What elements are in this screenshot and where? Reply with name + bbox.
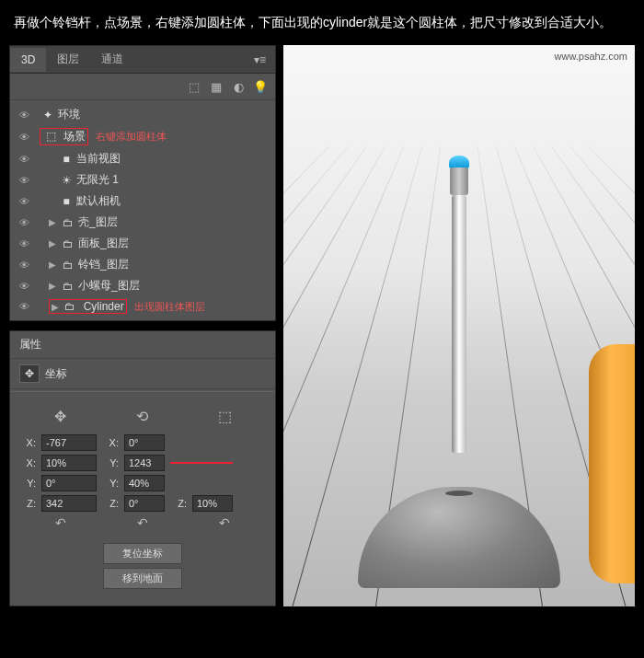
expand-icon[interactable]: ▶ <box>49 217 60 227</box>
instruction-text: 再做个铃铛杆，点场景，右键添加圆柱体，下面出现的cylinder就是这个圆柱体，… <box>0 0 644 45</box>
annotation-text: 出现圆柱体图层 <box>134 300 205 314</box>
annotation-text: 右键添加圆柱体 <box>96 130 167 144</box>
visibility-icon[interactable]: 👁 <box>16 260 32 271</box>
label-y: Y: <box>102 457 119 468</box>
label-y: Y: <box>102 478 119 489</box>
label-x: X: <box>19 437 36 448</box>
rot-x-input[interactable] <box>124 434 165 451</box>
expand-icon[interactable]: ▶ <box>49 238 60 248</box>
coords-icon: ✥ <box>19 364 40 383</box>
camera-icon: ■ <box>58 153 75 166</box>
expand-icon[interactable]: ▶ <box>49 260 60 270</box>
reset-rot-icon[interactable]: ↶ <box>137 515 148 530</box>
label-x: X: <box>19 457 36 468</box>
panel-tabs: 3D 图层 通道 ▾≡ <box>10 46 275 74</box>
pos-y-input[interactable] <box>124 455 165 471</box>
material-icon[interactable]: ◐ <box>231 79 246 94</box>
visibility-icon[interactable]: 👁 <box>16 110 32 121</box>
label-z: Z: <box>170 498 187 509</box>
reset-scale-icon[interactable]: ↶ <box>219 515 230 530</box>
properties-panel: 属性 ✥ 坐标 ✥ ⟲ ⬚ X: X: X: Y: Y: Y: Z: Z: Z:… <box>9 330 276 606</box>
folder-icon: 🗀 <box>60 216 76 229</box>
visibility-icon[interactable]: 👁 <box>16 217 32 228</box>
rot-z-input[interactable] <box>124 495 165 512</box>
item-label: 无限光 1 <box>76 172 119 188</box>
item-label: 面板_图层 <box>78 236 129 251</box>
folder-icon: 🗀 <box>60 259 76 271</box>
item-label: 壳_图层 <box>78 214 118 230</box>
scene-item-shell[interactable]: 👁 ▶ 🗀 壳_图层 <box>10 212 275 233</box>
item-label: 小螺母_图层 <box>78 278 140 294</box>
pos-x-input[interactable] <box>41 434 97 451</box>
item-label: 默认相机 <box>76 193 121 209</box>
visibility-icon[interactable]: 👁 <box>16 175 32 186</box>
3d-toolbar: ⬚ ▦ ◐ 💡 <box>10 74 275 100</box>
label-x: X: <box>102 437 119 448</box>
properties-title: 属性 <box>10 331 275 359</box>
filter-icon[interactable]: ⬚ <box>187 79 201 94</box>
light-icon[interactable]: 💡 <box>253 79 268 94</box>
scene-item-cylinder[interactable]: 👁 ▶ 🗀 Cylinder 出现圆柱体图层 <box>10 296 275 317</box>
scene-item-scene[interactable]: 👁 ⬚ 场景 右键添加圆柱体 <box>10 125 275 148</box>
item-label: 环境 <box>58 107 80 122</box>
visibility-icon[interactable]: 👁 <box>16 301 32 312</box>
folder-icon: 🗀 <box>60 237 76 250</box>
scene-icon: ⬚ <box>42 130 59 143</box>
folder-icon: 🗀 <box>60 280 76 293</box>
rotate-icon[interactable]: ⟲ <box>133 407 152 425</box>
label-z: Z: <box>19 498 36 509</box>
visibility-icon[interactable]: 👁 <box>16 132 32 143</box>
reset-coords-button[interactable]: 复位坐标 <box>103 543 182 564</box>
rod-hex-top <box>450 167 468 195</box>
coordinates-grid: ✥ ⟲ ⬚ X: X: X: Y: Y: Y: Z: Z: Z: ↶ ↶ ↶ 复… <box>10 394 275 606</box>
scene-item-camera[interactable]: 👁 ■ 默认相机 <box>10 190 275 212</box>
tab-channels[interactable]: 通道 <box>90 46 134 73</box>
label-y: Y: <box>19 478 36 489</box>
scene-highlight: ⬚ 场景 <box>40 128 88 145</box>
rod-shaft <box>452 195 466 453</box>
move-to-ground-button[interactable]: 移到地面 <box>103 568 182 589</box>
camera-icon: ■ <box>58 195 75 208</box>
visibility-icon[interactable]: 👁 <box>16 154 32 165</box>
scene-item-environment[interactable]: 👁 ✦ 环境 <box>10 104 275 125</box>
scale-icon[interactable]: ⬚ <box>215 407 234 425</box>
visibility-icon[interactable]: 👁 <box>16 281 32 292</box>
move-icon[interactable]: ✥ <box>52 407 70 425</box>
tab-3d[interactable]: 3D <box>10 48 46 72</box>
coords-section-header: ✥ 坐标 <box>10 359 275 389</box>
scale-y-input[interactable] <box>124 475 165 491</box>
3d-viewport[interactable]: www.psahz.com <box>283 45 635 606</box>
expand-icon[interactable]: ▶ <box>49 281 60 291</box>
rot-y-input[interactable] <box>41 475 97 491</box>
item-label: 铃铛_图层 <box>78 257 129 272</box>
mesh-icon[interactable]: ▦ <box>209 79 224 94</box>
reset-pos-icon[interactable]: ↶ <box>55 515 66 530</box>
visibility-icon[interactable]: 👁 <box>16 238 32 249</box>
scene-item-nut[interactable]: 👁 ▶ 🗀 小螺母_图层 <box>10 275 275 296</box>
item-label: 当前视图 <box>76 151 121 167</box>
label-z: Z: <box>102 498 119 509</box>
item-label: Cylinder <box>84 300 124 313</box>
scene-item-view[interactable]: 👁 ■ 当前视图 <box>10 148 275 169</box>
visibility-icon[interactable]: 👁 <box>16 196 32 207</box>
environment-icon: ✦ <box>40 109 56 121</box>
light-icon: ☀ <box>58 174 75 187</box>
pos-z-input[interactable] <box>41 495 97 512</box>
3d-panel: 3D 图层 通道 ▾≡ ⬚ ▦ ◐ 💡 👁 ✦ 环境 👁 ⬚ 场景 右键添加圆柱… <box>9 45 276 321</box>
watermark-text: www.psahz.com <box>555 51 627 62</box>
scale-x-input[interactable] <box>41 455 97 471</box>
orange-shell-object <box>589 344 635 583</box>
expand-icon[interactable]: ▶ <box>52 302 59 312</box>
scale-highlight <box>170 462 233 464</box>
scale-z-input[interactable] <box>192 495 233 512</box>
scene-item-panel[interactable]: 👁 ▶ 🗀 面板_图层 <box>10 233 275 254</box>
scene-item-light[interactable]: 👁 ☀ 无限光 1 <box>10 169 275 190</box>
scene-hierarchy: 👁 ✦ 环境 👁 ⬚ 场景 右键添加圆柱体 👁 ■ 当前视图 👁 ☀ 无限光 1… <box>10 100 275 320</box>
cylinder-object <box>449 156 469 453</box>
item-label: 场景 <box>63 130 86 143</box>
coords-label: 坐标 <box>45 366 67 382</box>
scene-item-bell[interactable]: 👁 ▶ 🗀 铃铛_图层 <box>10 254 275 275</box>
tab-layers[interactable]: 图层 <box>46 46 90 73</box>
folder-icon: 🗀 <box>62 300 78 313</box>
panel-menu-icon[interactable]: ▾≡ <box>245 48 275 72</box>
